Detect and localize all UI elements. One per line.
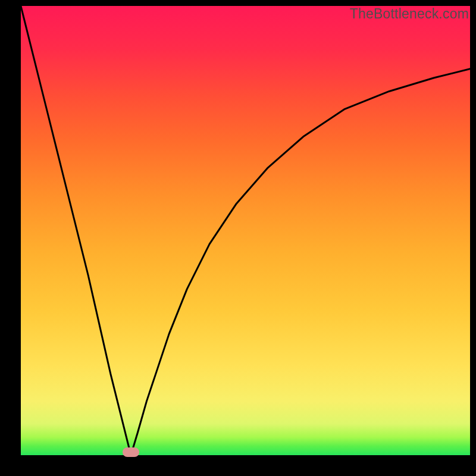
- watermark-text: TheBottleneck.com: [350, 6, 469, 22]
- plot-area: [21, 6, 470, 455]
- bottleneck-curve: [21, 6, 470, 455]
- minimum-marker: [123, 447, 139, 457]
- curve-layer: [21, 6, 470, 455]
- chart-container: TheBottleneck.com: [0, 0, 476, 476]
